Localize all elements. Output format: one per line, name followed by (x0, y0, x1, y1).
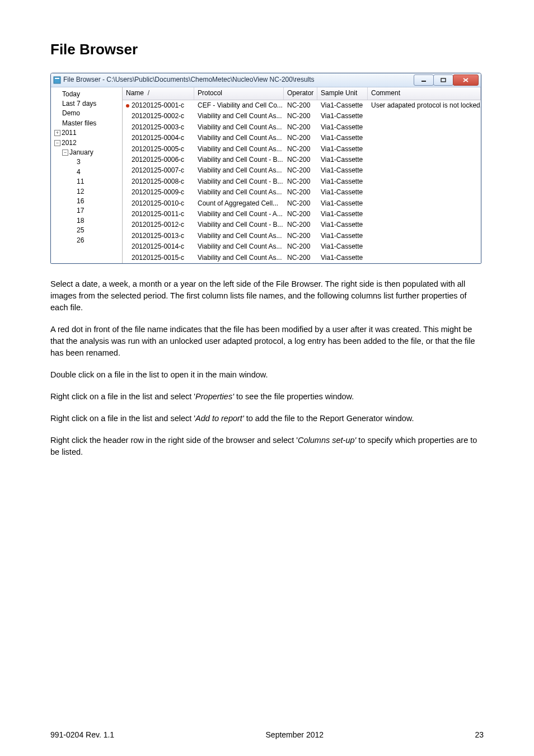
table-row[interactable]: 20120125-0001-cCEF - Viability and Cell … (123, 100, 481, 111)
cell-sample-unit: Via1-Cassette (317, 111, 368, 122)
window-titlebar[interactable]: File Browser - C:\Users\Public\Documents… (51, 73, 481, 87)
cell-protocol: Viability and Cell Count - B... (194, 155, 284, 165)
cell-sample-unit: Via1-Cassette (317, 144, 368, 155)
cell-protocol: Viability and Cell Count As... (194, 133, 284, 143)
cell-comment (368, 165, 481, 176)
table-row[interactable]: 20120125-0007-cViability and Cell Count … (123, 165, 481, 176)
tree-january[interactable]: − January (62, 148, 121, 157)
page-title: File Browser (50, 39, 484, 60)
tree-day[interactable]: 18 (77, 216, 121, 226)
svg-rect-2 (421, 81, 426, 82)
table-row[interactable]: 20120125-0015-cViability and Cell Count … (123, 253, 481, 263)
cell-comment (368, 155, 481, 165)
table-row[interactable]: 20120125-0003-cViability and Cell Count … (123, 122, 481, 133)
cell-operator: NC-200 (284, 241, 317, 252)
expand-icon[interactable]: + (54, 130, 60, 136)
svg-rect-1 (55, 78, 59, 79)
collapse-icon[interactable]: − (54, 140, 60, 146)
col-sample-unit[interactable]: Sample Unit (317, 87, 368, 100)
paragraph: A red dot in front of the file name indi… (50, 324, 484, 359)
cell-name: 20120125-0014-c (123, 241, 194, 252)
cell-sample-unit: Via1-Cassette (317, 220, 368, 230)
cell-operator: NC-200 (284, 111, 317, 122)
svg-rect-3 (441, 78, 446, 82)
tree-day[interactable]: 12 (77, 187, 121, 197)
collapse-icon[interactable]: − (62, 150, 68, 156)
tree-2011[interactable]: + 2011 (54, 128, 121, 138)
app-icon (53, 76, 61, 84)
window-maximize-button[interactable] (433, 74, 453, 86)
list-header[interactable]: Name / Protocol Operator Sample Unit Com… (123, 87, 481, 100)
window-close-button[interactable] (453, 74, 479, 86)
table-row[interactable]: 20120125-0006-cViability and Cell Count … (123, 155, 481, 165)
col-name[interactable]: Name / (123, 87, 194, 100)
col-comment[interactable]: Comment (368, 87, 481, 100)
cell-protocol: Viability and Cell Count As... (194, 165, 284, 176)
cell-sample-unit: Via1-Cassette (317, 176, 368, 187)
footer-left: 991-0204 Rev. 1.1 (50, 729, 114, 740)
cell-operator: NC-200 (284, 253, 317, 263)
cell-protocol: Viability and Cell Count As... (194, 241, 284, 252)
cell-operator: NC-200 (284, 176, 317, 187)
table-row[interactable]: 20120125-0014-cViability and Cell Count … (123, 241, 481, 252)
cell-protocol: Viability and Cell Count - B... (194, 220, 284, 230)
cell-protocol: Count of Aggregated Cell... (194, 198, 284, 209)
window-minimize-button[interactable] (414, 74, 434, 86)
tree-today[interactable]: Today (62, 90, 121, 99)
tree-demo[interactable]: Demo (62, 109, 121, 118)
cell-comment (368, 122, 481, 133)
tree-day[interactable]: 26 (77, 236, 121, 245)
col-operator[interactable]: Operator (284, 87, 317, 100)
table-row[interactable]: 20120125-0002-cViability and Cell Count … (123, 111, 481, 122)
cell-sample-unit: Via1-Cassette (317, 100, 368, 111)
svg-rect-0 (54, 77, 60, 83)
cell-operator: NC-200 (284, 198, 317, 209)
table-row[interactable]: 20120125-0005-cViability and Cell Count … (123, 144, 481, 155)
tree-day[interactable]: 25 (77, 226, 121, 235)
cell-comment (368, 231, 481, 241)
table-row[interactable]: 20120125-0010-cCount of Aggregated Cell.… (123, 198, 481, 209)
tree-day[interactable]: 17 (77, 206, 121, 216)
tree-day[interactable]: 4 (77, 167, 121, 177)
tree-2012[interactable]: − 2012 (54, 138, 121, 148)
cell-comment (368, 176, 481, 187)
table-row[interactable]: 20120125-0008-cViability and Cell Count … (123, 176, 481, 187)
paragraph: Right click the header row in the right … (50, 435, 484, 458)
cell-protocol: Viability and Cell Count As... (194, 144, 284, 155)
cell-sample-unit: Via1-Cassette (317, 198, 368, 209)
cell-protocol: CEF - Viability and Cell Co... (194, 100, 284, 111)
table-row[interactable]: 20120125-0009-cViability and Cell Count … (123, 187, 481, 198)
cell-name: 20120125-0009-c (123, 187, 194, 198)
cell-protocol: Viability and Cell Count As... (194, 122, 284, 133)
cell-name: 20120125-0008-c (123, 176, 194, 187)
table-row[interactable]: 20120125-0004-cViability and Cell Count … (123, 133, 481, 143)
cell-comment (368, 133, 481, 143)
cell-comment (368, 209, 481, 220)
tree-day[interactable]: 3 (77, 157, 121, 167)
cell-sample-unit: Via1-Cassette (317, 253, 368, 263)
col-protocol[interactable]: Protocol (194, 87, 284, 100)
cell-protocol: Viability and Cell Count As... (194, 253, 284, 263)
cell-sample-unit: Via1-Cassette (317, 122, 368, 133)
tree-last7[interactable]: Last 7 days (62, 99, 121, 109)
tree-master[interactable]: Master files (62, 119, 121, 128)
tree-day[interactable]: 11 (77, 177, 121, 186)
cell-comment (368, 220, 481, 230)
table-row[interactable]: 20120125-0013-cViability and Cell Count … (123, 231, 481, 241)
cell-comment: User adapated protocol is not locked. (368, 100, 481, 111)
tree-day-list: 3 4 11 12 16 17 18 25 26 (62, 157, 121, 245)
cell-comment (368, 241, 481, 252)
date-tree[interactable]: Today Last 7 days Demo Master files + 20… (51, 87, 123, 263)
cell-sample-unit: Via1-Cassette (317, 165, 368, 176)
cell-name: 20120125-0006-c (123, 155, 194, 165)
cell-protocol: Viability and Cell Count As... (194, 231, 284, 241)
paragraph: Right click on a file in the list and se… (50, 413, 484, 424)
file-list: Name / Protocol Operator Sample Unit Com… (123, 87, 481, 263)
tree-day[interactable]: 16 (77, 197, 121, 206)
table-row[interactable]: 20120125-0011-cViability and Cell Count … (123, 209, 481, 220)
table-row[interactable]: 20120125-0012-cViability and Cell Count … (123, 220, 481, 230)
cell-name: 20120125-0012-c (123, 220, 194, 230)
cell-operator: NC-200 (284, 165, 317, 176)
cell-sample-unit: Via1-Cassette (317, 155, 368, 165)
cell-name: 20120125-0011-c (123, 209, 194, 220)
